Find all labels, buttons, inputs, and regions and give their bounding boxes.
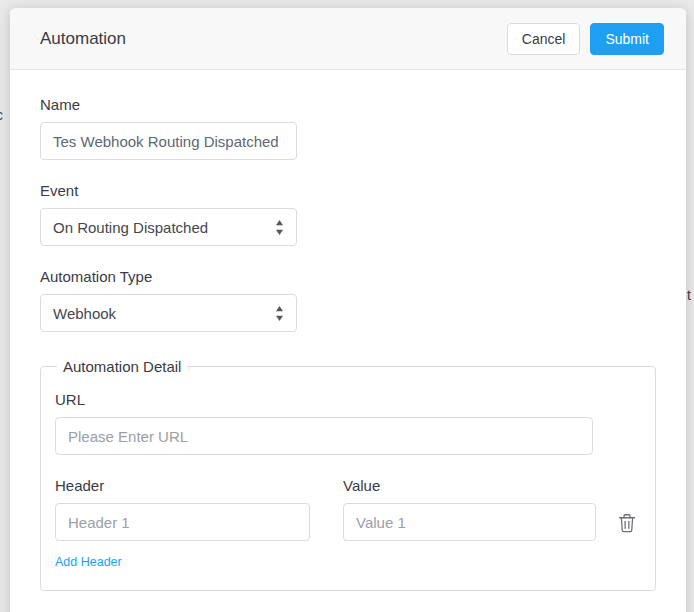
add-header-link[interactable]: Add Header — [55, 555, 122, 569]
url-input[interactable] — [55, 417, 593, 455]
automation-modal: Automation Cancel Submit Name Event On R… — [10, 8, 686, 612]
automation-type-select[interactable]: Webhook — [40, 294, 297, 332]
event-select-value: On Routing Dispatched — [53, 219, 208, 236]
background-text-fragment-left: c — [0, 107, 3, 123]
modal-header: Automation Cancel Submit — [10, 8, 686, 70]
select-arrows-icon — [275, 220, 284, 235]
automation-type-select-value: Webhook — [53, 305, 116, 322]
modal-header-actions: Cancel Submit — [507, 23, 664, 55]
event-select[interactable]: On Routing Dispatched — [40, 208, 297, 246]
url-label: URL — [55, 391, 641, 408]
select-arrows-icon — [275, 306, 284, 321]
header-input[interactable] — [55, 503, 310, 541]
value-label: Value — [343, 477, 596, 494]
value-column: Value — [343, 477, 596, 541]
url-field-group: URL — [55, 391, 641, 455]
event-label: Event — [40, 182, 656, 199]
automation-detail-fieldset: Automation Detail URL Header Value — [40, 358, 656, 591]
header-label: Header — [55, 477, 310, 494]
modal-body: Name Event On Routing Dispatched Automat… — [10, 70, 686, 612]
header-value-row: Header Value — [55, 477, 641, 541]
automation-type-field-group: Automation Type Webhook — [40, 268, 656, 332]
trash-icon — [618, 521, 636, 536]
modal-title: Automation — [40, 29, 126, 49]
name-label: Name — [40, 96, 656, 113]
event-field-group: Event On Routing Dispatched — [40, 182, 656, 246]
delete-header-row-button[interactable] — [618, 513, 636, 541]
header-column: Header — [55, 477, 310, 541]
background-text-fragment-right: t — [687, 287, 691, 303]
automation-type-label: Automation Type — [40, 268, 656, 285]
cancel-button[interactable]: Cancel — [507, 23, 581, 55]
submit-button[interactable]: Submit — [590, 23, 664, 55]
value-input[interactable] — [343, 503, 596, 541]
automation-detail-legend: Automation Detail — [57, 358, 187, 375]
name-input[interactable] — [40, 122, 297, 160]
name-field-group: Name — [40, 96, 656, 160]
